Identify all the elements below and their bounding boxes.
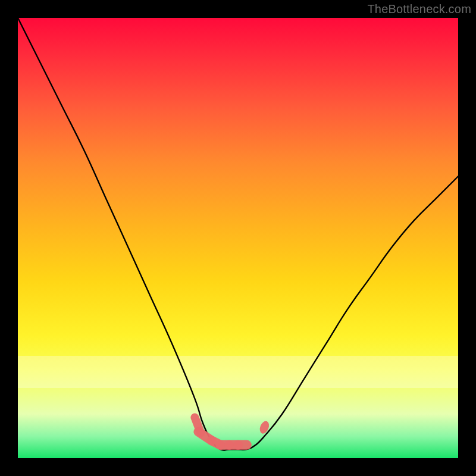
gradient-background [18,18,458,458]
chart-frame: TheBottleneck.com [0,0,476,476]
plot-area [18,18,458,458]
watermark-text: TheBottleneck.com [367,2,471,16]
